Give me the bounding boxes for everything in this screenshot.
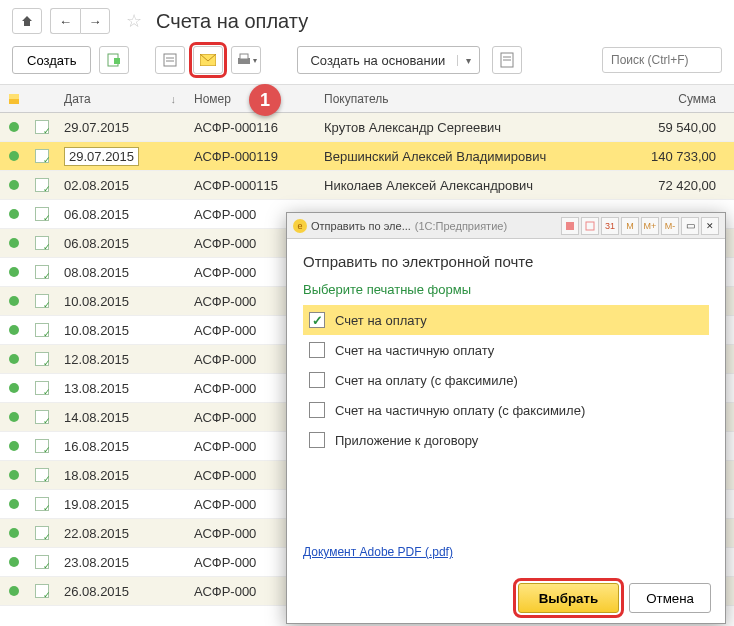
pdf-format-link[interactable]: Документ Adobe PDF (.pdf) [303, 545, 709, 559]
app-icon: e [293, 219, 307, 233]
titlebar-calc-icon[interactable] [581, 217, 599, 235]
modal-window-sub: (1С:Предприятие) [415, 220, 507, 232]
create-based-dropdown[interactable]: Создать на основании▾ [297, 46, 480, 74]
print-form-row[interactable]: Приложение к договору [303, 425, 709, 455]
document-icon [35, 468, 49, 482]
status-dot-icon [9, 267, 19, 277]
form-checkbox[interactable] [309, 312, 325, 328]
page-title: Счета на оплату [156, 10, 308, 33]
status-dot-icon [9, 238, 19, 248]
status-dot-icon [9, 441, 19, 451]
search-input[interactable] [602, 47, 722, 73]
table-row[interactable]: 29.07.2015АСФР-000116Крутов Александр Се… [0, 113, 734, 142]
print-form-row[interactable]: Счет на оплату (с факсимиле) [303, 365, 709, 395]
select-button[interactable]: Выбрать [518, 583, 620, 613]
svg-rect-13 [566, 222, 574, 230]
titlebar-close-button[interactable]: ✕ [701, 217, 719, 235]
document-icon [35, 236, 49, 250]
modal-window-title: Отправить по эле... [311, 220, 411, 232]
titlebar-m-button[interactable]: M [621, 217, 639, 235]
email-modal: e Отправить по эле... (1С:Предприятие) 3… [286, 212, 726, 624]
status-dot-icon [9, 383, 19, 393]
home-button[interactable] [12, 8, 42, 34]
status-dot-icon [9, 325, 19, 335]
status-dot-icon [9, 209, 19, 219]
form-label: Счет на оплату [335, 313, 427, 328]
status-dot-icon [9, 412, 19, 422]
form-label: Приложение к договору [335, 433, 478, 448]
titlebar-tool-icon[interactable] [561, 217, 579, 235]
document-icon [35, 120, 49, 134]
document-icon [35, 584, 49, 598]
status-dot-icon [9, 180, 19, 190]
email-button[interactable] [193, 46, 223, 74]
document-icon [35, 439, 49, 453]
forward-button[interactable]: → [80, 8, 110, 34]
form-label: Счет на частичную оплату (с факсимиле) [335, 403, 585, 418]
svg-rect-2 [164, 54, 176, 66]
status-dot-icon [9, 586, 19, 596]
print-form-row[interactable]: Счет на частичную оплату [303, 335, 709, 365]
document-icon [35, 178, 49, 192]
form-checkbox[interactable] [309, 342, 325, 358]
status-dot-icon [9, 296, 19, 306]
document-icon [35, 497, 49, 511]
status-dot-icon [9, 528, 19, 538]
status-dot-icon [9, 122, 19, 132]
status-dot-icon [9, 151, 19, 161]
document-icon [35, 149, 49, 163]
document-icon [35, 294, 49, 308]
header-date[interactable]: Дата↓ [56, 92, 186, 106]
document-icon [35, 207, 49, 221]
status-dot-icon [9, 557, 19, 567]
form-checkbox[interactable] [309, 402, 325, 418]
report-icon-button[interactable] [492, 46, 522, 74]
form-label: Счет на частичную оплату [335, 343, 494, 358]
document-icon [35, 323, 49, 337]
cancel-button[interactable]: Отмена [629, 583, 711, 613]
table-row[interactable]: 29.07.2015АСФР-000119Вершинский Алексей … [0, 142, 734, 171]
print-button[interactable]: ▾ [231, 46, 261, 74]
svg-rect-14 [586, 222, 594, 230]
annotation-badge-1: 1 [249, 84, 281, 116]
document-icon [35, 555, 49, 569]
titlebar-mminus-button[interactable]: M- [661, 217, 679, 235]
form-checkbox[interactable] [309, 432, 325, 448]
back-button[interactable]: ← [50, 8, 80, 34]
table-row[interactable]: 02.08.2015АСФР-000115Николаев Алексей Ал… [0, 171, 734, 200]
document-icon [35, 410, 49, 424]
favorite-icon[interactable]: ☆ [126, 10, 142, 32]
titlebar-mplus-button[interactable]: M+ [641, 217, 659, 235]
print-form-row[interactable]: Счет на частичную оплату (с факсимиле) [303, 395, 709, 425]
document-icon [35, 265, 49, 279]
svg-rect-1 [114, 58, 120, 64]
modal-heading: Отправить по электронной почте [303, 253, 709, 270]
copy-icon-button[interactable] [99, 46, 129, 74]
titlebar-restore-button[interactable]: ▭ [681, 217, 699, 235]
document-icon [35, 381, 49, 395]
form-icon-button[interactable] [155, 46, 185, 74]
status-dot-icon [9, 470, 19, 480]
document-icon [35, 526, 49, 540]
svg-rect-12 [9, 94, 19, 99]
header-sum[interactable]: Сумма [614, 92, 734, 106]
svg-rect-7 [240, 54, 248, 59]
header-buyer[interactable]: Покупатель [316, 92, 614, 106]
document-icon [35, 352, 49, 366]
titlebar-calendar-icon[interactable]: 31 [601, 217, 619, 235]
create-button[interactable]: Создать [12, 46, 91, 74]
modal-subheading: Выберите печатные формы [303, 282, 709, 297]
status-dot-icon [9, 354, 19, 364]
status-dot-icon [9, 499, 19, 509]
form-checkbox[interactable] [309, 372, 325, 388]
form-label: Счет на оплату (с факсимиле) [335, 373, 518, 388]
print-form-row[interactable]: Счет на оплату [303, 305, 709, 335]
